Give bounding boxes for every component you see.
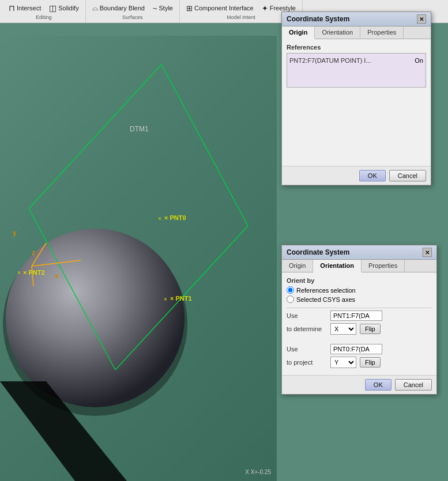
dialog2-cancel-button[interactable]: Cancel (395, 379, 432, 391)
axis1-select[interactable]: X Y Z (330, 323, 356, 335)
intersect-label: Intersect (17, 5, 41, 12)
to-determine-label: to determine (287, 325, 327, 332)
editing-group: ⊓ Intersect ◫ Solidify Editing (2, 0, 86, 22)
to-project-row: to project X Y Z Flip (287, 357, 432, 368)
dialog1-tab-orientation[interactable]: Orientation (315, 26, 360, 39)
radio-selected-csys[interactable]: Selected CSYS axes (287, 296, 432, 303)
ref-item-1: PNT2:F7(DATUM POINT) I... On (289, 56, 423, 65)
radio-references-selection[interactable]: References selection (287, 286, 432, 294)
dialog1-cancel-button[interactable]: Cancel (389, 170, 426, 181)
svg-line-4 (161, 65, 248, 226)
editing-group-label: Editing (36, 14, 52, 20)
pnt0-cross: × (158, 215, 161, 222)
solidify-button[interactable]: ◫ Solidify (46, 2, 81, 14)
radio-csys-input[interactable] (287, 296, 294, 303)
to-determine-row: to determine X Y Z Flip (287, 323, 432, 335)
radio-references-label: References selection (296, 287, 356, 294)
coordinate-system-dialog-1: Coordinate System ✕ Origin Orientation P… (281, 12, 431, 185)
to-project-label: to project (287, 359, 327, 366)
viewport-3d[interactable]: DTM1 × PNT0 × PNT1 × PNT2 y z x × × × X … (0, 36, 277, 481)
axis2-select[interactable]: X Y Z (330, 357, 356, 368)
divider-1 (287, 308, 432, 308)
axis-z-label: z (32, 249, 35, 257)
boundary-blend-button[interactable]: ⌓ Boundary Blend (89, 2, 148, 14)
dialog2-tabs: Origin Orientation Properties (282, 260, 436, 272)
use2-label: Use (287, 346, 327, 353)
orient-by-label: Orient by (287, 277, 432, 284)
coord-display: X X+-0.25 (245, 469, 271, 475)
pnt2-cross-icon: × (17, 270, 21, 276)
dialog2-tab-orientation[interactable]: Orientation (313, 260, 362, 272)
use1-input[interactable] (330, 310, 382, 321)
style-button[interactable]: ~ Style (150, 3, 176, 14)
pnt0-label: × PNT0 (164, 214, 186, 221)
style-label: Style (159, 5, 173, 12)
dialog1-tabs: Origin Orientation Properties (282, 26, 431, 39)
surfaces-tools: ⌓ Boundary Blend ~ Style (89, 2, 176, 14)
dialog1-tab-origin[interactable]: Origin (282, 26, 315, 39)
radio-references-input[interactable] (287, 286, 294, 294)
freestyle-label: Freestyle (270, 5, 296, 12)
surfaces-group: ⌓ Boundary Blend ~ Style Surfaces (86, 0, 180, 22)
editing-tools: ⊓ Intersect ◫ Solidify (6, 2, 82, 14)
dialog2-close-button[interactable]: ✕ (423, 248, 432, 257)
flip2-button[interactable]: Flip (360, 357, 381, 368)
solidify-icon: ◫ (49, 3, 57, 13)
boundary-blend-label: Boundary Blend (100, 5, 145, 12)
spacer-1 (287, 337, 432, 342)
use2-input[interactable] (330, 344, 382, 354)
references-section-label: References (287, 44, 426, 51)
component-interface-label: Component Interface (194, 5, 254, 12)
dialog2-titlebar[interactable]: Coordinate System ✕ (282, 245, 436, 260)
svg-line-2 (29, 65, 161, 209)
style-icon: ~ (153, 4, 157, 13)
dialog2-ok-button[interactable]: OK (365, 379, 391, 391)
boundary-blend-icon: ⌓ (92, 3, 98, 13)
dialog1-buttons: OK Cancel (282, 166, 431, 185)
coordinate-system-dialog-2: Coordinate System ✕ Origin Orientation P… (281, 245, 437, 395)
component-interface-icon: ⊞ (186, 4, 193, 13)
references-empty-area (287, 92, 426, 161)
pnt1-label: × PNT1 (170, 295, 192, 302)
viewport-svg (0, 36, 277, 481)
dialog1-titlebar[interactable]: Coordinate System ✕ (282, 12, 431, 26)
pnt2-label: × PNT2 (23, 269, 45, 276)
dialog1-ok-button[interactable]: OK (359, 170, 386, 181)
component-interface-button[interactable]: ⊞ Component Interface (183, 3, 257, 14)
references-box[interactable]: PNT2:F7(DATUM POINT) I... On (287, 53, 426, 88)
ref-item-status: On (415, 57, 423, 64)
dialog2-tab-origin[interactable]: Origin (282, 260, 313, 272)
dialog1-close-button[interactable]: ✕ (417, 14, 426, 24)
pnt1-cross: × (164, 296, 167, 302)
dialog1-tab-properties[interactable]: Properties (360, 26, 404, 39)
dialog1-content: References PNT2:F7(DATUM POINT) I... On (282, 39, 431, 166)
model-intent-group-label: Model Intent (227, 14, 255, 20)
surfaces-group-label: Surfaces (122, 14, 143, 20)
axis-y-label: y (13, 229, 17, 237)
axis-x-label: x (55, 272, 59, 280)
solidify-label: Solidify (58, 5, 78, 12)
intersect-button[interactable]: ⊓ Intersect (6, 2, 44, 14)
ref-item-text: PNT2:F7(DATUM POINT) I... (289, 57, 371, 64)
dialog2-content: Orient by References selection Selected … (282, 272, 436, 375)
dialog2-buttons: OK Cancel (282, 375, 436, 394)
radio-csys-label: Selected CSYS axes (296, 296, 355, 303)
dialog2-tab-properties[interactable]: Properties (362, 260, 405, 272)
dialog1-title: Coordinate System (287, 15, 349, 23)
use-row-1: Use (287, 310, 432, 321)
flip1-button[interactable]: Flip (360, 324, 381, 334)
dtm1-label: DTM1 (130, 125, 149, 133)
freestyle-icon: ✦ (262, 4, 268, 13)
use1-label: Use (287, 312, 327, 319)
use-row-2: Use (287, 344, 432, 354)
orient-by-section: Orient by References selection Selected … (287, 277, 432, 303)
intersect-icon: ⊓ (9, 3, 15, 13)
dialog2-title: Coordinate System (287, 248, 349, 256)
